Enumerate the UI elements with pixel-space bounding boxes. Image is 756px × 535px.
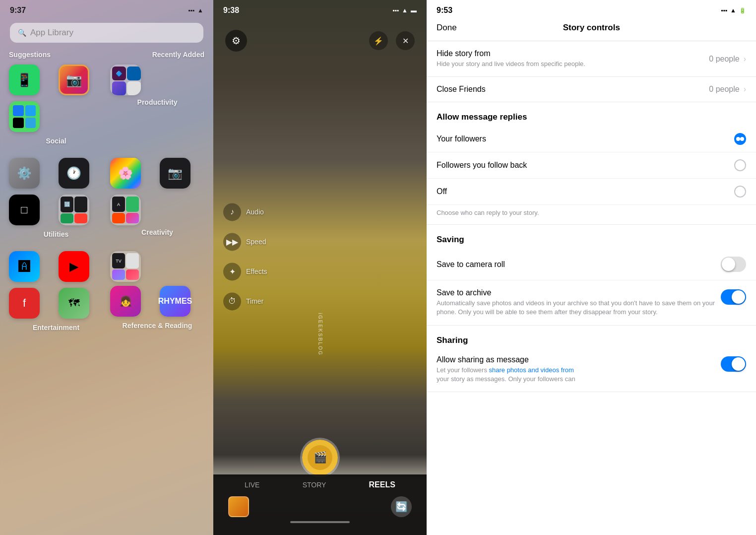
camera-icon[interactable]: 📷 — [160, 158, 190, 189]
social-group: 📱 📷 Social — [9, 65, 103, 149]
mode-reels[interactable]: REELS — [369, 480, 395, 489]
entertainment-row: 🅰 ▶ f 🗺 Entertainment TV — [9, 251, 204, 335]
reference-group: TV 👧 RHYMES Reference & Reading — [110, 251, 204, 335]
radio-followers-follow-back[interactable]: Followers you follow back — [427, 152, 756, 179]
shutter-area: 🎬 — [302, 440, 338, 475]
hide-story-left: Hide story from Hide your story and live… — [437, 49, 709, 68]
utilities-group: ⚙️ 🕐 □ 🔢 Utilities — [9, 158, 103, 242]
files-icon[interactable]: □ — [9, 195, 40, 225]
radio-off[interactable]: Off — [427, 179, 756, 205]
close-button[interactable]: ✕ — [396, 31, 415, 50]
instagram-icon[interactable]: 📷 — [59, 65, 89, 95]
status-bar-1: 9:37 ▪▪▪ ▲ — [0, 0, 213, 19]
status-bar-2: 9:38 ▪▪▪ ▲ ▬ — [213, 0, 427, 19]
search-placeholder: App Library — [30, 28, 73, 38]
save-archive-subtitle: Automatically save photos and videos in … — [437, 299, 721, 317]
radio-follow-back-label: Followers you follow back — [437, 161, 527, 170]
shutter-inner: 🎬 — [308, 445, 332, 470]
slack-mini: 🔷 — [112, 67, 126, 80]
placeholder-icon — [59, 101, 89, 132]
close-friends-row[interactable]: Close Friends 0 people › — [427, 77, 756, 102]
allow-replies-section: Allow message replies Your followers Fol… — [427, 102, 756, 225]
radio-your-followers[interactable]: Your followers — [427, 126, 756, 152]
effects-icon: ✦ — [223, 263, 241, 280]
camera-top-right: ⚡ ✕ — [369, 30, 415, 52]
close-friends-right: 0 people › — [709, 85, 746, 94]
character-app-icon[interactable]: 👧 — [110, 286, 141, 317]
reference-label: Reference & Reading — [110, 322, 204, 330]
gallery-thumbnail[interactable] — [228, 496, 249, 517]
photos-icon[interactable]: 🌸 — [110, 158, 141, 189]
sharing-header: Sharing — [427, 326, 756, 349]
shutter-button[interactable]: 🎬 — [302, 440, 338, 475]
hide-story-subtitle: Hide your story and live videos from spe… — [437, 60, 709, 68]
hide-story-chevron: › — [744, 55, 746, 64]
maps-icon[interactable]: 🗺 — [59, 288, 89, 319]
audio-label: Audio — [246, 208, 264, 216]
close-friends-section: Close Friends 0 people › — [427, 77, 756, 102]
appstore-icon[interactable]: 🅰 — [9, 251, 40, 282]
story-status-bar: 9:53 ▪▪▪ ▲ 🔋 — [427, 0, 756, 19]
whatsapp-icon[interactable]: 📱 — [9, 65, 40, 95]
panel-story-controls: 9:53 ▪▪▪ ▲ 🔋 Done Story controls Hide st… — [427, 0, 756, 535]
effects-control[interactable]: ✦ Effects — [223, 263, 267, 280]
messages-icon[interactable] — [9, 101, 40, 132]
productivity-folder[interactable]: 🔷 — [110, 65, 141, 95]
timer-control[interactable]: ⏱ Timer — [223, 292, 267, 310]
settings-button[interactable]: ⚙ — [225, 30, 247, 52]
search-bar[interactable]: 🔍 App Library — [10, 23, 203, 43]
sharing-section: Sharing Allow sharing as message Let you… — [427, 326, 756, 392]
yono-mini — [127, 67, 141, 80]
radio-off-label: Off — [437, 187, 447, 196]
utils-folder[interactable]: 🔢 — [59, 195, 89, 225]
allow-sharing-toggle[interactable] — [721, 356, 746, 372]
entertainment-folder[interactable]: TV — [110, 251, 141, 282]
battery-icon-2: ▬ — [411, 7, 417, 14]
radio-followers-label: Your followers — [437, 134, 486, 143]
save-archive-toggle[interactable] — [721, 289, 746, 305]
signal-icon-3: ▪▪▪ — [721, 7, 727, 14]
empty-slot-2 — [160, 251, 190, 282]
radio-follow-back-circle[interactable] — [734, 159, 746, 171]
other-mini-1 — [112, 81, 126, 95]
flip-camera-button[interactable]: 🔄 — [391, 496, 412, 517]
creativity-folder[interactable]: A — [110, 195, 141, 225]
radio-dot — [736, 137, 740, 141]
app-sections: Suggestions Recently Added 📱 📷 — [0, 51, 213, 335]
done-button[interactable]: Done — [437, 23, 457, 33]
search-icon: 🔍 — [18, 29, 26, 37]
mode-live[interactable]: LIVE — [245, 481, 259, 489]
reels-icon: 🎬 — [314, 451, 327, 464]
save-camera-roll-title: Save to camera roll — [437, 260, 721, 269]
sharing-link: share photos and videos from — [489, 366, 574, 374]
status-icons-3: ▪▪▪ ▲ 🔋 — [721, 7, 746, 14]
saving-header: Saving — [427, 225, 756, 249]
status-icons-1: ▪▪▪ ▲ — [188, 7, 203, 14]
radio-off-circle[interactable] — [734, 186, 746, 198]
save-camera-roll-toggle[interactable] — [721, 257, 746, 272]
settings-icon[interactable]: ⚙️ — [9, 158, 40, 189]
productivity-label: Productivity — [110, 98, 204, 106]
suggestions-label: Suggestions — [9, 51, 51, 59]
rhymes-icon[interactable]: RHYMES — [160, 286, 190, 317]
radio-followers-circle[interactable] — [734, 133, 746, 145]
hide-story-row[interactable]: Hide story from Hide your story and live… — [427, 41, 756, 76]
timer-label: Timer — [246, 297, 263, 305]
audio-control[interactable]: ♪ Audio — [223, 203, 267, 221]
timer-icon: ⏱ — [223, 292, 241, 310]
close-friends-count: 0 people — [709, 85, 739, 94]
flipboard-icon[interactable]: f — [9, 288, 40, 319]
toggle-knob-camera-roll — [722, 258, 735, 271]
hide-story-right: 0 people › — [709, 55, 746, 64]
allow-sharing-subtitle: Let your followers share photos and vide… — [437, 366, 721, 384]
mode-story[interactable]: STORY — [303, 481, 326, 489]
camera-controls-left: ♪ Audio ▶▶ Speed ✦ Effects ⏱ Timer — [223, 203, 267, 310]
speed-control[interactable]: ▶▶ Speed — [223, 233, 267, 251]
creativity-label: Creativity — [110, 228, 204, 236]
allow-sharing-title: Allow sharing as message — [437, 355, 721, 364]
youtube-icon[interactable]: ▶ — [59, 251, 89, 282]
flash-button[interactable]: ⚡ — [369, 31, 388, 50]
social-label: Social — [9, 137, 103, 145]
clock-icon[interactable]: 🕐 — [59, 158, 89, 189]
allow-replies-header: Allow message replies — [427, 102, 756, 126]
